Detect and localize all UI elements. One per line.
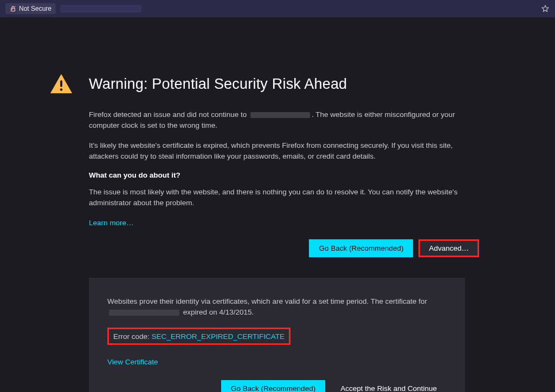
error-code-container: Error code: SEC_ERROR_EXPIRED_CERTIFICAT… — [107, 328, 291, 345]
svg-rect-2 — [60, 80, 62, 87]
go-back-button[interactable]: Go Back (Recommended) — [309, 239, 413, 257]
warning-paragraph-1: Firefox detected an issue and did not co… — [89, 109, 479, 130]
redacted-hostname — [250, 112, 310, 118]
error-code-label: Error code: — [113, 332, 152, 341]
advanced-button[interactable]: Advanced… — [418, 239, 479, 257]
error-page-content: Warning: Potential Security Risk Ahead F… — [0, 17, 555, 392]
url-field[interactable] — [60, 5, 141, 12]
learn-more-link[interactable]: Learn more… — [89, 219, 134, 227]
primary-button-row: Go Back (Recommended) Advanced… — [89, 239, 479, 257]
warning-paragraph-2: It's likely the website's certificate is… — [89, 140, 479, 161]
error-code-link[interactable]: SEC_ERROR_EXPIRED_CERTIFICATE — [152, 332, 285, 341]
not-secure-label: Not Secure — [19, 5, 51, 12]
address-bar: Not Secure — [0, 0, 555, 17]
lock-warning-icon — [10, 5, 16, 12]
go-back-button-2[interactable]: Go Back (Recommended) — [221, 380, 325, 393]
bookmark-star-icon[interactable] — [541, 4, 550, 13]
page-title: Warning: Potential Security Risk Ahead — [89, 76, 347, 93]
advanced-button-row: Go Back (Recommended) Accept the Risk an… — [107, 380, 447, 393]
svg-point-3 — [60, 88, 63, 91]
not-secure-badge[interactable]: Not Secure — [5, 3, 56, 14]
redacted-hostname — [109, 310, 179, 316]
advanced-panel: Websites prove their identity via certif… — [89, 278, 465, 392]
view-certificate-link[interactable]: View Certificate — [107, 358, 158, 366]
warning-paragraph-3: The issue is most likely with the websit… — [89, 187, 479, 208]
warning-triangle-icon — [49, 71, 74, 96]
certificate-explanation: Websites prove their identity via certif… — [107, 296, 447, 317]
header-row: Warning: Potential Security Risk Ahead — [49, 71, 506, 96]
what-can-you-do-heading: What can you do about it? — [89, 171, 479, 179]
body-text: Firefox detected an issue and did not co… — [89, 109, 479, 257]
accept-risk-button[interactable]: Accept the Risk and Continue — [331, 380, 447, 393]
